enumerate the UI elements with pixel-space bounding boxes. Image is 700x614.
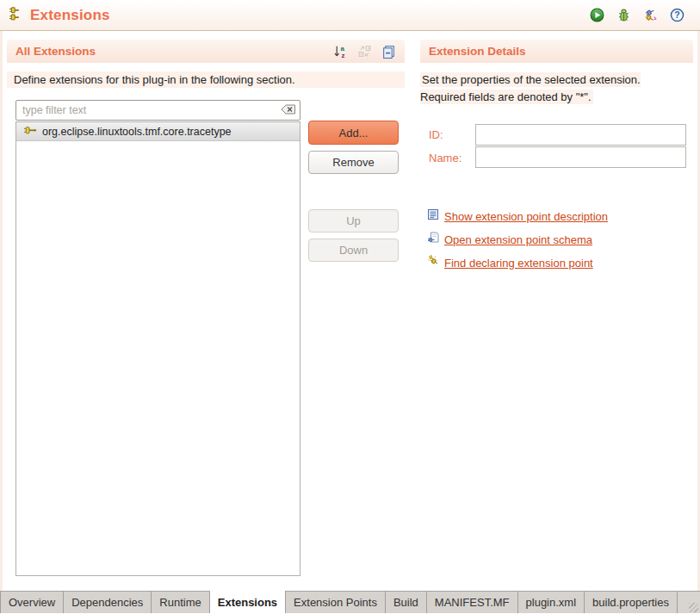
extension-details-description: Set the properties of the selected exten… (420, 71, 689, 106)
all-extensions-title: All Extensions (15, 45, 96, 58)
editor-tab-bar: Overview Dependencies Runtime Extensions… (0, 591, 700, 613)
link-row: Open extension point schema (427, 232, 694, 247)
tab-manifest-mf[interactable]: MANIFEST.MF (427, 592, 518, 613)
detail-links: Show extension point description Open ex… (427, 208, 694, 278)
schema-file-icon (427, 232, 439, 247)
open-extension-point-schema-link[interactable]: Open extension point schema (444, 233, 592, 246)
tab-extensions[interactable]: Extensions (210, 591, 286, 613)
clear-filter-icon[interactable] (281, 103, 296, 115)
run-icon[interactable] (589, 8, 604, 23)
svg-text:z: z (341, 52, 344, 59)
tab-overview[interactable]: Overview (0, 592, 64, 613)
collapse-all-icon[interactable] (381, 44, 396, 59)
find-declaring-extension-point-link[interactable]: Find declaring extension point (444, 257, 593, 270)
plugin-export-icon[interactable] (642, 8, 658, 23)
id-field[interactable] (475, 124, 686, 146)
tab-dependencies[interactable]: Dependencies (64, 592, 152, 613)
extension-details-section-header: Extension Details (420, 40, 693, 63)
tab-plugin-xml[interactable]: plugin.xml (518, 592, 585, 613)
resize-grip[interactable] (689, 603, 698, 612)
left-edge-border (0, 0, 3, 591)
tab-build-properties[interactable]: build.properties (585, 592, 678, 613)
remove-button[interactable]: Remove (308, 151, 399, 174)
extensions-list[interactable]: org.eclipse.linuxtools.tmf.core.tracetyp… (15, 121, 300, 576)
svg-text:?: ? (674, 9, 679, 20)
tab-runtime[interactable]: Runtime (152, 592, 209, 613)
page-title: Extensions (30, 7, 110, 24)
plugin-manifest-editor: Extensions (0, 0, 700, 614)
filter-input[interactable] (15, 100, 300, 121)
list-item-label: org.eclipse.linuxtools.tmf.core.tracetyp… (42, 126, 232, 138)
up-button[interactable]: Up (308, 209, 399, 233)
link-row: Show extension point description (427, 208, 694, 224)
description-doc-icon (427, 208, 439, 224)
name-field[interactable] (475, 146, 686, 168)
tab-extension-points[interactable]: Extension Points (286, 592, 386, 613)
filter-field-wrap (15, 100, 300, 121)
show-extension-point-description-link[interactable]: Show extension point description (444, 210, 608, 223)
link-row: Find declaring extension point (427, 255, 694, 270)
id-label: ID: (429, 128, 443, 141)
debug-icon[interactable] (616, 8, 631, 23)
form-header: Extensions (0, 0, 700, 31)
extensions-icon (9, 6, 24, 25)
add-button[interactable]: Add... (308, 121, 399, 145)
extension-plug-icon (23, 126, 37, 138)
sort-alpha-icon[interactable]: a z (332, 44, 348, 59)
header-toolbar: ? (589, 8, 691, 23)
all-extensions-section-header: All Extensions a z (7, 40, 405, 63)
down-button[interactable]: Down (308, 239, 399, 262)
extension-details-title: Extension Details (429, 45, 526, 58)
tab-build[interactable]: Build (386, 592, 427, 613)
all-extensions-description: Define extensions for this plug-in in th… (7, 71, 405, 88)
list-item-extension[interactable]: org.eclipse.linuxtools.tmf.core.tracetyp… (16, 122, 300, 141)
expand-state-icon[interactable] (356, 44, 372, 59)
find-extension-point-icon (427, 255, 439, 270)
name-label: Name: (429, 152, 462, 164)
help-icon[interactable]: ? (669, 8, 685, 23)
